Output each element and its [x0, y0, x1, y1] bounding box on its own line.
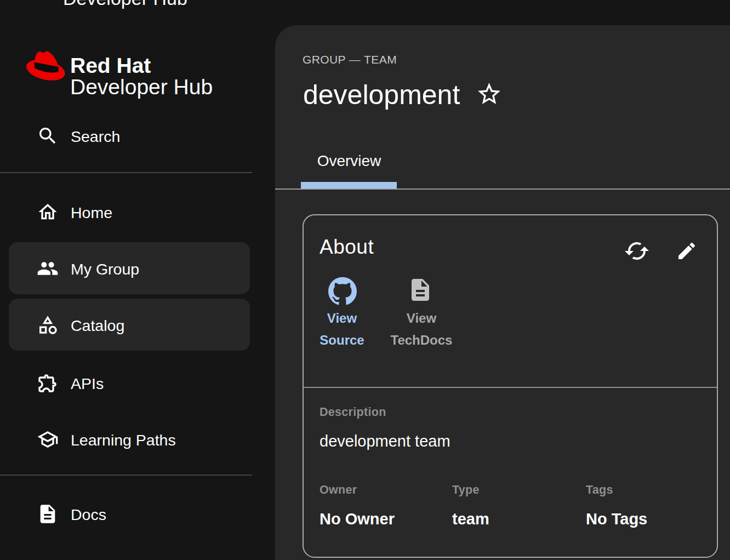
sidebar-item-search[interactable]: Search [9, 110, 250, 162]
favorite-star-button[interactable] [476, 81, 503, 107]
sidebar-item-label: Docs [71, 506, 106, 524]
tab-overview[interactable]: Overview [301, 152, 397, 170]
star-outline-icon [476, 81, 503, 107]
tags-label: Tags [586, 483, 613, 497]
view-source-label: View Source [309, 307, 375, 351]
main-panel: GROUP — TEAM development Overview About … [275, 25, 730, 560]
description-value: development team [320, 432, 450, 450]
sidebar-divider-top [0, 172, 252, 173]
extension-icon [37, 372, 59, 394]
view-source-link[interactable]: View Source [309, 277, 375, 353]
owner-label: Owner [320, 483, 357, 497]
sidebar-item-label: APIs [71, 375, 104, 393]
edit-button[interactable] [676, 240, 698, 262]
school-icon [37, 428, 59, 450]
tags-value: No Tags [586, 510, 647, 528]
sidebar-item-catalog[interactable]: Catalog [9, 299, 250, 351]
about-card: About View Source View TechDocs Descript… [303, 214, 718, 558]
search-icon [37, 125, 59, 147]
github-icon [328, 277, 357, 305]
home-icon [37, 201, 59, 223]
sidebar-item-my-group[interactable]: My Group [9, 242, 250, 294]
logo-product-text: Developer Hub [70, 76, 213, 98]
refresh-button[interactable] [624, 238, 650, 264]
tab-label: Overview [301, 152, 397, 170]
sidebar-item-apis[interactable]: APIs [9, 357, 250, 409]
refresh-icon [624, 238, 650, 264]
sidebar-top-logo-partial: Developer Hub [63, 0, 187, 9]
sidebar-item-label: Home [71, 204, 112, 222]
sidebar-item-label: Learning Paths [71, 431, 176, 449]
about-card-title: About [320, 236, 374, 259]
sidebar-item-docs[interactable]: Docs [9, 488, 250, 540]
sidebar-divider-bottom [0, 475, 252, 476]
sidebar-item-label: Catalog [71, 317, 124, 335]
edit-pencil-icon [676, 240, 698, 262]
sidebar-item-learning-paths[interactable]: Learning Paths [9, 413, 250, 465]
sidebar-item-home[interactable]: Home [9, 186, 250, 238]
view-techdocs-link[interactable]: View TechDocs [383, 277, 460, 353]
tabs-divider [275, 188, 730, 190]
category-icon [37, 314, 59, 336]
sidebar: Developer Hub Red Hat Developer Hub Sear… [0, 0, 275, 560]
owner-value: No Owner [320, 510, 395, 528]
about-card-divider [304, 387, 717, 388]
sidebar-item-label: Search [71, 128, 120, 146]
type-label: Type [452, 483, 480, 497]
type-value: team [452, 510, 489, 528]
view-techdocs-label: View TechDocs [383, 307, 460, 351]
redhat-fedora-icon [26, 48, 65, 82]
docs-file-icon [407, 277, 434, 303]
people-icon [37, 258, 59, 279]
page-title: development [303, 79, 460, 111]
logo-brand-text: Red Hat [70, 54, 151, 77]
sidebar-item-label: My Group [71, 260, 139, 278]
breadcrumb: GROUP — TEAM [303, 53, 397, 66]
tab-active-indicator [301, 182, 397, 188]
description-icon [37, 503, 59, 525]
description-label: Description [320, 405, 386, 419]
